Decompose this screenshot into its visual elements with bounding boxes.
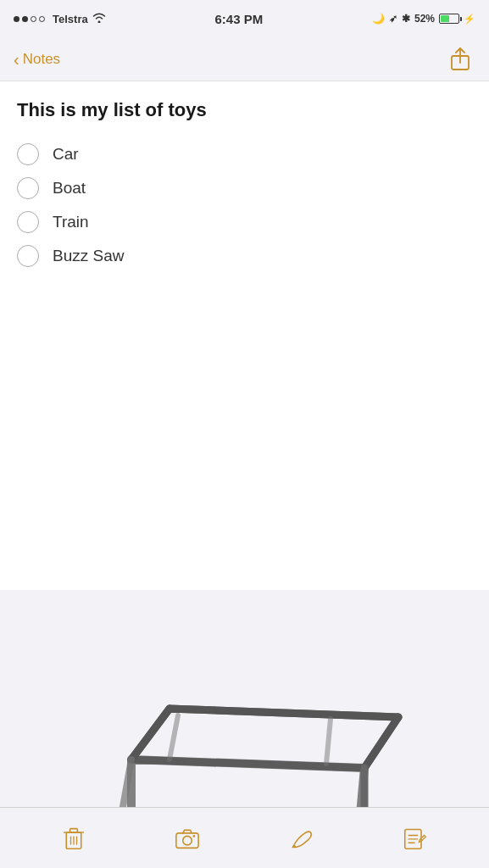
back-label: Notes [23,51,60,68]
list-item: Boat [17,177,472,199]
delete-button[interactable] [53,818,94,859]
svg-point-11 [183,836,192,845]
item-label-boat: Boat [53,179,86,198]
dot-4 [39,16,45,22]
back-button[interactable]: ‹ Notes [14,51,60,68]
item-label-train: Train [53,213,89,231]
battery-indicator [439,14,459,24]
item-label-buzzsaw: Buzz Saw [53,247,124,265]
svg-point-12 [193,835,196,837]
share-button[interactable] [445,44,475,75]
checkbox-buzzsaw[interactable] [17,245,39,267]
dot-1 [14,16,19,22]
trash-icon [62,826,86,850]
wifi-icon [92,13,106,25]
compose-icon [403,826,427,850]
moon-icon: 🌙 [372,13,385,25]
status-left: Telstra [14,13,106,25]
status-right: 🌙 ➶ ✱ 52% ⚡ [372,13,475,25]
note-content: This is my list of toys Car Boat Train B… [0,81,489,590]
carrier-label: Telstra [53,13,88,25]
dot-3 [31,16,36,22]
charging-icon: ⚡ [464,14,475,25]
camera-button[interactable] [167,818,208,859]
sketch-icon [290,826,314,850]
share-icon [450,47,470,71]
checkbox-boat[interactable] [17,177,39,199]
status-time: 6:43 PM [214,12,263,26]
checkbox-car[interactable] [17,143,39,165]
status-bar: Telstra 6:43 PM 🌙 ➶ ✱ 52% ⚡ [0,0,489,37]
signal-dots [14,16,45,22]
list-item: Car [17,143,472,165]
checklist: Car Boat Train Buzz Saw [17,143,472,267]
dot-2 [22,16,28,22]
checkbox-train[interactable] [17,211,39,233]
battery-percent: 52% [414,13,435,25]
chevron-left-icon: ‹ [14,51,19,68]
note-title: This is my list of toys [17,98,472,123]
list-item: Buzz Saw [17,245,472,267]
item-label-car: Car [53,145,79,164]
svg-rect-6 [70,828,78,832]
nav-bar: ‹ Notes [0,37,489,81]
svg-rect-10 [176,832,198,848]
compose-button[interactable] [395,818,436,859]
list-item: Train [17,211,472,233]
sketch-button[interactable] [281,818,322,859]
camera-icon [175,826,199,850]
bottom-toolbar [0,807,489,868]
location-icon: ➶ [389,13,397,25]
bluetooth-icon: ✱ [402,13,410,25]
